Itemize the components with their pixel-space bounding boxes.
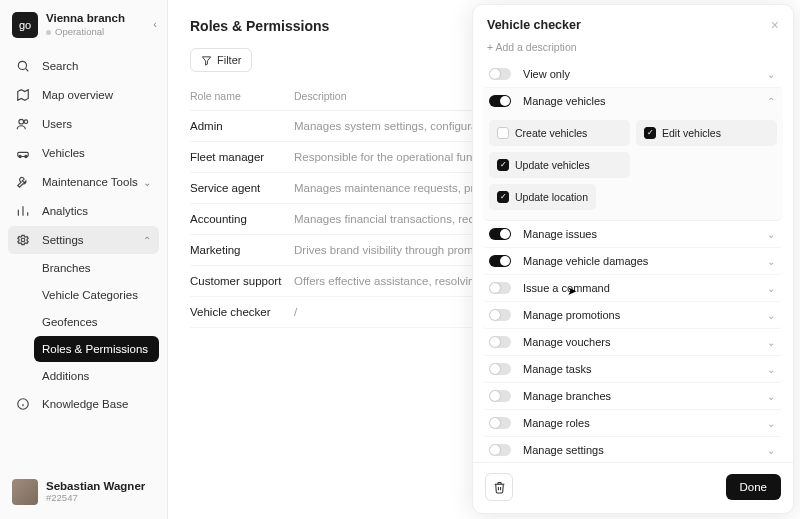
brand-logo: go — [12, 12, 38, 38]
role-name: Vehicle checker — [190, 306, 294, 318]
delete-role-button[interactable] — [485, 473, 513, 501]
permission-row-manage-branches[interactable]: Manage branches ⌄ — [483, 383, 783, 410]
role-name: Fleet manager — [190, 151, 294, 163]
permission-row-manage-vehicle-damages[interactable]: Manage vehicle damages ⌄ — [483, 248, 783, 275]
role-detail-drawer: Vehicle checker × + Add a description Vi… — [472, 4, 794, 514]
sidebar-item-search[interactable]: Search — [8, 52, 159, 80]
toggle-off[interactable] — [489, 444, 511, 456]
sidebar-item-settings[interactable]: Settings ⌃ — [8, 226, 159, 254]
toggle-on[interactable] — [489, 95, 511, 107]
permission-row-issue-command[interactable]: Issue a command ⌄ — [483, 275, 783, 302]
toggle-off[interactable] — [489, 336, 511, 348]
chevron-down-icon: ⌄ — [767, 283, 775, 294]
permission-label: Manage issues — [523, 228, 597, 240]
sidebar-item-label: Settings — [42, 234, 84, 246]
avatar — [12, 479, 38, 505]
permission-label: Manage vehicles — [523, 95, 606, 107]
chevron-down-icon: ⌄ — [767, 256, 775, 267]
chevron-down-icon: ⌄ — [767, 310, 775, 321]
close-icon[interactable]: × — [771, 17, 779, 33]
toggle-off[interactable] — [489, 309, 511, 321]
sidebar-item-label: Users — [42, 118, 72, 130]
role-name: Admin — [190, 120, 294, 132]
checkbox-on[interactable] — [497, 159, 509, 171]
sidebar-item-label: Additions — [42, 370, 89, 382]
toggle-off[interactable] — [489, 363, 511, 375]
subperm-create-vehicles[interactable]: Create vehicles — [489, 120, 630, 146]
toggle-off[interactable] — [489, 390, 511, 402]
chevron-down-icon: ⌄ — [767, 229, 775, 240]
subperm-edit-vehicles[interactable]: Edit vehicles — [636, 120, 777, 146]
page-title: Roles & Permissions — [190, 18, 329, 34]
sidebar-item-label: Maintenance Tools — [42, 176, 138, 188]
permission-label: Manage settings — [523, 444, 604, 456]
permission-row-manage-settings[interactable]: Manage settings ⌄ — [483, 437, 783, 462]
collapse-sidebar-icon[interactable]: ‹ — [153, 18, 157, 30]
sidebar-item-analytics[interactable]: Analytics — [8, 197, 159, 225]
subnav-roles-permissions[interactable]: Roles & Permissions — [34, 336, 159, 362]
sidebar-item-label: Geofences — [42, 316, 98, 328]
subperm-update-location[interactable]: Update location — [489, 184, 596, 210]
subnav-vehicle-categories[interactable]: Vehicle Categories — [34, 282, 159, 308]
filter-icon — [201, 55, 212, 66]
checkbox-on[interactable] — [497, 191, 509, 203]
info-icon — [16, 397, 32, 411]
toggle-on[interactable] — [489, 228, 511, 240]
permission-row-manage-vouchers[interactable]: Manage vouchers ⌄ — [483, 329, 783, 356]
toggle-off[interactable] — [489, 68, 511, 80]
chevron-up-icon: ⌃ — [767, 96, 775, 107]
subnav-geofences[interactable]: Geofences — [34, 309, 159, 335]
sidebar-item-maintenance[interactable]: Maintenance Tools ⌄ — [8, 168, 159, 196]
user-id: #22547 — [46, 493, 145, 504]
add-description-link[interactable]: + Add a description — [473, 41, 793, 61]
permission-label: Manage vehicle damages — [523, 255, 648, 267]
permission-row-manage-vehicles[interactable]: Manage vehicles ⌃ — [483, 88, 783, 114]
svg-point-11 — [21, 238, 25, 242]
toggle-off[interactable] — [489, 282, 511, 294]
permission-row-manage-issues[interactable]: Manage issues ⌄ — [483, 221, 783, 248]
vehicle-icon — [16, 146, 32, 160]
toggle-off[interactable] — [489, 417, 511, 429]
svg-point-3 — [19, 119, 24, 124]
subnav-branches[interactable]: Branches — [34, 255, 159, 281]
wrench-icon — [16, 175, 32, 189]
permission-row-view-only[interactable]: View only ⌄ — [483, 61, 783, 88]
sidebar-item-label: Search — [42, 60, 78, 72]
settings-subnav: Branches Vehicle Categories Geofences Ro… — [8, 255, 159, 389]
permissions-list: View only ⌄ Manage vehicles ⌃ Create veh… — [473, 61, 793, 462]
chevron-down-icon: ⌄ — [767, 69, 775, 80]
sidebar-item-map-overview[interactable]: Map overview — [8, 81, 159, 109]
sidebar-user[interactable]: Sebastian Wagner #22547 — [0, 469, 167, 519]
sidebar-item-label: Roles & Permissions — [42, 343, 148, 355]
permission-label: View only — [523, 68, 570, 80]
chevron-down-icon: ⌄ — [767, 445, 775, 456]
permission-label: Manage promotions — [523, 309, 620, 321]
checkbox-off[interactable] — [497, 127, 509, 139]
subperm-update-vehicles[interactable]: Update vehicles — [489, 152, 630, 178]
sidebar-item-vehicles[interactable]: Vehicles — [8, 139, 159, 167]
role-name: Customer support — [190, 275, 294, 287]
permission-row-manage-promotions[interactable]: Manage promotions ⌄ — [483, 302, 783, 329]
toggle-on[interactable] — [489, 255, 511, 267]
filter-button[interactable]: Filter — [190, 48, 252, 72]
permission-label: Manage tasks — [523, 363, 591, 375]
subnav-additions[interactable]: Additions — [34, 363, 159, 389]
search-icon — [16, 59, 32, 73]
subperm-label: Update location — [515, 191, 588, 203]
sidebar-item-knowledge-base[interactable]: Knowledge Base — [8, 390, 159, 418]
done-button[interactable]: Done — [726, 474, 782, 500]
sidebar-item-users[interactable]: Users — [8, 110, 159, 138]
subperm-label: Update vehicles — [515, 159, 590, 171]
permission-row-manage-tasks[interactable]: Manage tasks ⌄ — [483, 356, 783, 383]
chevron-down-icon: ⌄ — [767, 418, 775, 429]
users-icon — [16, 117, 32, 131]
role-name: Marketing — [190, 244, 294, 256]
checkbox-on[interactable] — [644, 127, 656, 139]
permission-row-manage-roles[interactable]: Manage roles ⌄ — [483, 410, 783, 437]
sidebar-item-label: Vehicle Categories — [42, 289, 138, 301]
branch-header[interactable]: go Vienna branch Operational ‹ — [0, 0, 167, 48]
permission-label: Manage branches — [523, 390, 611, 402]
filter-label: Filter — [217, 54, 241, 66]
permission-label: Manage roles — [523, 417, 590, 429]
svg-point-4 — [24, 120, 28, 124]
